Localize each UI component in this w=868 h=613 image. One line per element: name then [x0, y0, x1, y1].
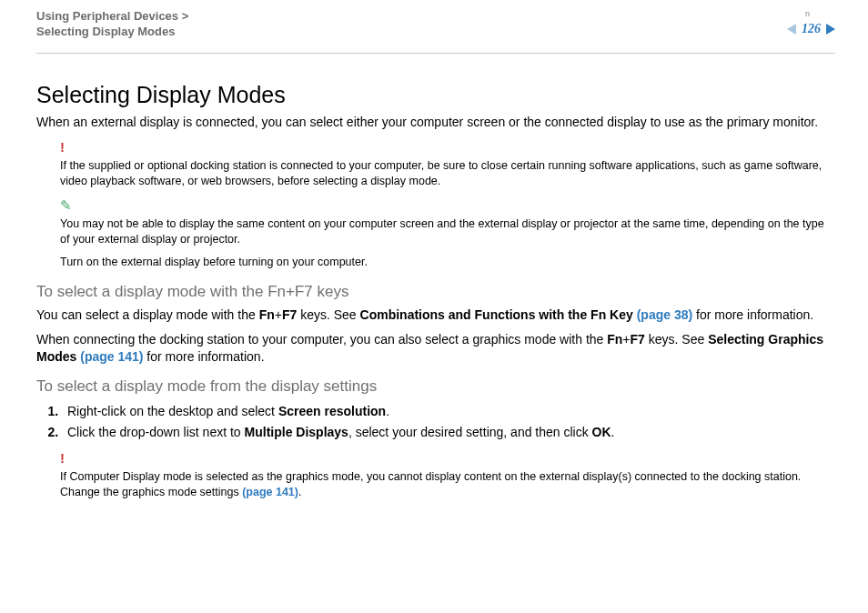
text-span: You can select a display mode with the — [36, 307, 259, 322]
text-bold: F7 — [282, 307, 297, 322]
text-bold: Fn — [607, 332, 622, 347]
paragraph-fn-f7: You can select a display mode with the F… — [36, 306, 835, 324]
page-link-141b[interactable]: (page 141) — [242, 486, 298, 498]
text-bold: F7 — [631, 332, 645, 347]
text-bold: Fn — [259, 307, 275, 322]
text-span: + — [275, 307, 282, 322]
page-link-141a[interactable]: (page 141) — [80, 349, 143, 364]
warning-text-pre: If Computer Display mode is selected as … — [60, 470, 801, 498]
text-span: , select your desired setting, and then … — [348, 425, 592, 439]
text-span: keys. See — [297, 307, 359, 322]
prev-page-arrow-icon[interactable] — [787, 24, 796, 35]
text-span: Click the drop-down list next to — [67, 425, 245, 439]
text-span: for more information. — [692, 307, 813, 322]
header: n Using Peripheral Devices > Selecting D… — [36, 9, 835, 54]
text-span: When connecting the docking station to y… — [36, 332, 607, 347]
text-bold: OK — [592, 425, 611, 439]
text-span: keys. See — [645, 332, 708, 347]
page-link-38[interactable]: (page 38) — [637, 307, 692, 322]
warning-icon: ! — [60, 138, 835, 156]
breadcrumb-parent: Using Peripheral Devices > — [36, 9, 835, 23]
page-title: Selecting Display Modes — [36, 82, 835, 108]
steps-list: Right-click on the desktop and select Sc… — [36, 401, 835, 442]
warning-text: If the supplied or optional docking stat… — [60, 159, 822, 187]
tip-note: ✎ You may not be able to display the sam… — [60, 196, 835, 247]
intro-paragraph: When an external display is connected, y… — [36, 114, 835, 131]
page-number: 126 — [802, 22, 821, 36]
text-bold: Multiple Displays — [245, 425, 348, 439]
warning-text-post: . — [298, 486, 301, 498]
warning-note-2: ! If Computer Display mode is selected a… — [60, 449, 835, 500]
tip-note-2: Turn on the external display before turn… — [60, 255, 835, 270]
step-1: Right-click on the desktop and select Sc… — [62, 401, 835, 421]
text-span: + — [622, 332, 630, 347]
paragraph-docking: When connecting the docking station to y… — [36, 331, 835, 366]
subheading-display-settings: To select a display mode from the displa… — [36, 377, 835, 396]
warning-note-1: ! If the supplied or optional docking st… — [60, 138, 835, 189]
subheading-fn-f7: To select a display mode with the Fn+F7 … — [36, 283, 835, 301]
content: Selecting Display Modes When an external… — [36, 82, 835, 506]
text-span: . — [611, 425, 615, 439]
text-bold: Screen resolution — [278, 404, 386, 418]
breadcrumb-current: Selecting Display Modes — [36, 25, 835, 38]
text-span: for more information. — [143, 349, 264, 364]
text-bold: Combinations and Functions with the Fn K… — [360, 307, 637, 322]
n-mark: n — [805, 9, 810, 18]
text-span: Right-click on the desktop and select — [67, 404, 278, 418]
pencil-icon: ✎ — [60, 196, 835, 215]
tip-text: You may not be able to display the same … — [60, 217, 824, 246]
text-span: . — [386, 404, 389, 418]
next-page-arrow-icon[interactable] — [826, 24, 835, 35]
tip-text-2: Turn on the external display before turn… — [60, 256, 368, 268]
warning-icon: ! — [60, 449, 835, 467]
step-2: Click the drop-down list next to Multipl… — [62, 422, 835, 442]
pager: 126 — [787, 22, 835, 36]
